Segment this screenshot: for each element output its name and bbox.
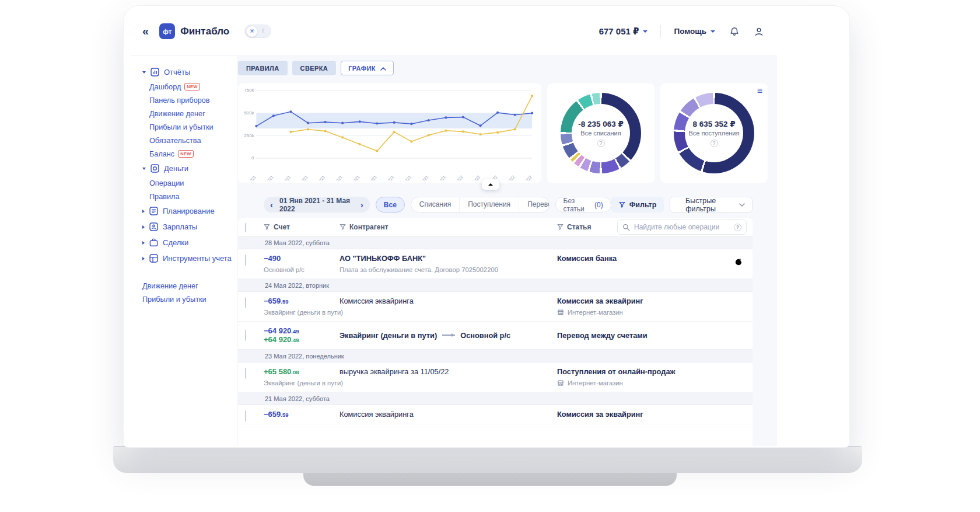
type-tabs: Списания Поступления Переводы [411,197,550,213]
sidebar-item[interactable]: Панель приборов [149,93,237,107]
account-name: Эквайринг (деньги в пути) [264,379,340,386]
expenses-label: Все списания [580,130,621,137]
tab-all[interactable]: Все [376,197,405,213]
sidebar-footer-links: Движение денегПрибыли и убытки [142,279,237,306]
sidebar-group-4[interactable]: Зарплаты [142,219,237,235]
sidebar-group-5[interactable]: Сделки [142,235,237,250]
sidebar-group-2[interactable]: Деньги [142,161,237,176]
income-label: Все поступления [689,130,740,137]
repeat-icon[interactable] [727,254,752,267]
sidebar-item[interactable]: БалансNEW [149,147,237,161]
filter-button[interactable]: Фильтр [611,197,664,213]
filters-row: ‹ 01 Янв 2021 - 31 Мая 2022 › Все Списан… [264,197,752,213]
no-article-count: (0) [594,201,603,209]
expenses-donut-card: -8 235 063 ₽ Все списания ? [547,83,654,183]
app-logo[interactable]: фт [159,23,175,39]
help-dropdown[interactable]: Помощь [674,27,715,36]
article-name: Комиссия за эквайринг [557,410,727,419]
operation-row[interactable]: −659.59Эквайринг (деньги в пути)Комиссия… [238,292,752,322]
sidebar-item[interactable]: Прибыли и убытки [149,120,237,134]
date-range-picker[interactable]: ‹ 01 Янв 2021 - 31 Мая 2022 › [264,197,370,213]
tag-label: Интернет-магазин [568,379,623,386]
charts-collapse-button[interactable] [482,179,499,190]
chevron-down-icon [739,203,745,207]
account-name: Основной р/с [264,266,340,273]
app-header: « фт Финтабло ☀ ☾ 677 051 ₽ Помощь [131,7,777,56]
new-badge: NEW [178,150,193,158]
planning-icon [149,206,159,216]
date-group-header: 24 Мая 2022, вторник [238,279,752,292]
chart-toggle-label: ГРАФИК [348,65,376,72]
date-group-header: 21 Мая 2022, суббота [238,392,752,405]
sidebar-group-6[interactable]: Инструменты учета [142,250,237,266]
funnel-icon[interactable] [340,224,346,230]
sidebar-item[interactable]: Операции [149,176,237,190]
column-counterparty: Контрагент [349,223,388,231]
operation-row[interactable]: +65 580.08Эквайринг (деньги в пути)выруч… [238,363,752,392]
chevron-down-icon [142,71,146,74]
article-name: Поступления от онлайн-продаж [557,367,727,376]
operation-row[interactable]: −490Основной р/сАО "ТИНЬКОФФ БАНК"Плата … [238,249,752,279]
moon-icon: ☾ [261,27,267,35]
row-checkbox[interactable] [245,255,246,266]
svg-text:02.2021: 02.2021 [261,175,274,180]
svg-text:250k: 250k [244,133,254,138]
svg-text:04.2021: 04.2021 [295,175,309,180]
svg-text:11.2021: 11.2021 [416,175,429,180]
charts-row: 750k500k250k001.202102.202103.202104.202… [238,83,768,183]
sidebar-group-3[interactable]: Планирование [142,203,237,219]
amount-value: +64 920.49 [264,335,340,344]
quick-filters-dropdown[interactable]: Быстрые фильтры [670,197,752,213]
reconcile-button[interactable]: СВЕРКА [292,61,337,75]
tab-no-article[interactable]: Без статьи (0) [555,197,611,213]
quick-filters-label: Быстрые фильтры [677,197,724,213]
svg-text:04.2022: 04.2022 [502,175,516,180]
balance-dropdown[interactable]: 677 051 ₽ [599,26,648,37]
row-checkbox[interactable] [245,330,246,341]
sidebar-item[interactable]: Обязательства [149,134,237,147]
chevron-right-icon[interactable]: › [360,200,363,209]
svg-text:05.2021: 05.2021 [313,175,326,180]
svg-text:10.2021: 10.2021 [399,175,412,180]
reports-icon [150,67,160,77]
help-circle-icon[interactable]: ? [597,140,605,147]
svg-text:750k: 750k [244,88,254,93]
tab-transfers[interactable]: Переводы [519,197,549,212]
chevron-right-icon [142,241,145,245]
sidebar-item[interactable]: Правила [149,190,237,203]
user-profile-icon[interactable] [754,26,764,37]
tab-income[interactable]: Поступления [459,197,519,212]
sidebar-item[interactable]: Движение денег [149,107,237,120]
deals-icon [149,238,159,248]
row-checkbox[interactable] [245,410,246,422]
notifications-bell-icon[interactable] [729,26,740,37]
chevron-up-icon [380,65,386,72]
theme-toggle[interactable]: ☀ ☾ [244,25,271,38]
select-all-checkbox[interactable] [245,223,246,232]
sidebar-group-1[interactable]: Отчёты [142,64,237,80]
chart-toggle-button[interactable]: ГРАФИК [341,61,394,75]
money-icon [150,163,160,173]
funnel-icon[interactable] [557,224,564,230]
sidebar-collapse-icon[interactable]: « [142,25,149,38]
chevron-right-icon [142,257,145,260]
operation-row[interactable]: −64 920.49+64 920.49Эквайринг (деньги в … [238,322,752,350]
sidebar-footer-link[interactable]: Прибыли и убытки [142,292,237,306]
rules-button[interactable]: ПРАВИЛА [238,61,288,75]
operation-row[interactable]: −659.59Комиссия эквайрингаКомиссия за эк… [238,405,752,427]
tab-expenses[interactable]: Списания [411,197,459,212]
help-circle-icon[interactable]: ? [734,224,741,231]
sidebar-footer-link[interactable]: Движение денег [142,279,237,292]
sun-icon: ☀ [249,27,255,35]
search-icon [622,224,630,231]
help-circle-icon[interactable]: ? [710,140,718,147]
sidebar-item[interactable]: ДашбордNEW [149,80,237,93]
svg-text:03.2021: 03.2021 [278,175,292,180]
chevron-left-icon[interactable]: ‹ [270,200,273,209]
row-checkbox[interactable] [245,297,246,308]
row-checkbox[interactable] [245,368,246,379]
counterparty-name: Комиссия эквайринга [340,297,557,305]
search-input[interactable] [634,223,730,231]
amount-value: −659.59 [264,297,340,305]
funnel-icon[interactable] [264,224,270,230]
